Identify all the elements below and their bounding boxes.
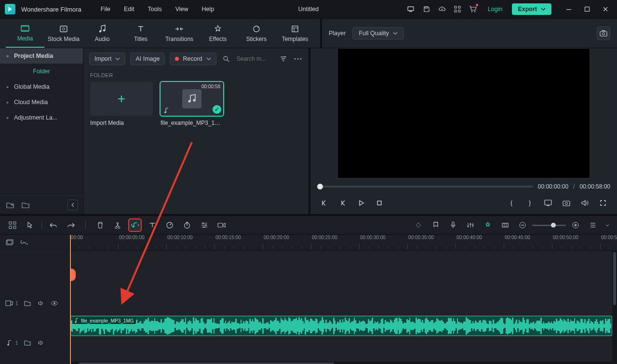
undo-button[interactable] <box>48 219 59 231</box>
sidebar-item-adjustment-layer[interactable]: ▸ Adjustment La... <box>0 110 83 125</box>
tab-templates[interactable]: Templates <box>276 19 314 48</box>
tab-stock-media[interactable]: Stock Media <box>44 19 83 48</box>
delete-button[interactable] <box>94 219 106 231</box>
volume-button[interactable] <box>578 197 591 209</box>
svg-rect-33 <box>547 205 550 206</box>
display-button[interactable] <box>542 197 554 209</box>
sidebar-item-project-media[interactable]: ▸ Project Media <box>0 48 83 64</box>
seek-bar[interactable] <box>317 186 533 188</box>
window-maximize[interactable] <box>578 3 596 15</box>
record-dropdown[interactable]: Record <box>170 53 216 65</box>
track-lock-icon[interactable] <box>23 338 32 347</box>
import-media-card[interactable]: + Import Media <box>90 82 153 126</box>
timer-button[interactable] <box>181 219 193 231</box>
tab-media[interactable]: Media <box>6 19 44 48</box>
window-minimize[interactable] <box>560 3 577 15</box>
import-dropdown[interactable]: Import <box>89 53 125 65</box>
menu-help[interactable]: Help <box>196 4 220 14</box>
player-quality-dropdown[interactable]: Full Quality <box>352 27 404 40</box>
zoom-out-button[interactable] <box>517 219 528 231</box>
auto-button[interactable] <box>482 219 494 231</box>
track-lock-icon[interactable] <box>23 299 32 308</box>
timeline-ruler[interactable]: 00:0000:00:05:0000:00:10:0000:00:15:0000… <box>70 235 617 251</box>
search-input[interactable] <box>236 55 274 63</box>
chevron-right-icon: ▸ <box>7 54 9 58</box>
login-button[interactable]: Login <box>483 4 508 14</box>
export-button[interactable]: Export <box>512 3 551 15</box>
menu-edit[interactable]: Edit <box>118 4 140 14</box>
zoom-slider[interactable] <box>532 225 566 226</box>
mixer-button[interactable] <box>465 219 476 231</box>
tab-effects[interactable]: Effects <box>199 19 237 48</box>
snapshot-button[interactable] <box>597 27 610 40</box>
capture-button[interactable] <box>560 197 573 209</box>
tab-transitions[interactable]: Transitions <box>160 19 199 48</box>
redo-button[interactable] <box>65 219 77 231</box>
playhead[interactable] <box>70 235 71 364</box>
tab-titles[interactable]: Titles <box>121 19 160 48</box>
arrange-button[interactable] <box>7 219 18 231</box>
apps-icon[interactable] <box>452 4 463 14</box>
save-icon[interactable] <box>421 4 432 14</box>
cart-icon[interactable] <box>468 4 478 14</box>
audio-track-header[interactable]: 1 <box>0 332 69 353</box>
crop-button[interactable] <box>499 219 511 231</box>
view-mode-button[interactable] <box>587 219 599 231</box>
split-button[interactable] <box>112 219 123 231</box>
timeline-body[interactable]: 00:0000:00:05:0000:00:10:0000:00:15:0000… <box>70 235 617 364</box>
view-mode-dropdown[interactable] <box>604 219 610 231</box>
fullscreen-button[interactable] <box>597 197 609 209</box>
v-scrollbar[interactable] <box>612 250 617 362</box>
menu-tools[interactable]: Tools <box>142 4 167 14</box>
new-folder-button[interactable] <box>5 200 15 210</box>
collapse-sidebar-button[interactable] <box>67 200 78 210</box>
track-mute-icon[interactable] <box>37 299 45 308</box>
sidebar-item-cloud-media[interactable]: ▸ Cloud Media <box>0 94 83 110</box>
play-button[interactable] <box>355 197 367 209</box>
prev-frame-button[interactable] <box>318 197 331 209</box>
audio-stretch-button[interactable] <box>129 219 141 231</box>
track-add-button[interactable] <box>5 238 14 247</box>
ai-image-button[interactable]: AI Image <box>130 53 165 65</box>
window-close[interactable] <box>597 3 614 15</box>
adjust-button[interactable] <box>199 219 210 231</box>
device-icon[interactable] <box>406 4 416 14</box>
voiceover-button[interactable] <box>447 219 459 231</box>
zoom-knob[interactable] <box>551 223 556 228</box>
snapshot-icon <box>600 30 607 37</box>
seek-knob[interactable] <box>317 184 323 189</box>
cloud-icon[interactable] <box>437 4 447 14</box>
h-scrollbar[interactable] <box>70 362 617 364</box>
more-button[interactable] <box>293 58 303 60</box>
sidebar-item-global-media[interactable]: ▸ Global Media <box>0 79 83 94</box>
sidebar-item-folder[interactable]: Folder <box>0 64 83 79</box>
effects-icon <box>214 24 222 34</box>
folder-button[interactable] <box>20 200 31 210</box>
render-button[interactable] <box>216 219 228 231</box>
keyframe-button[interactable] <box>413 219 424 231</box>
menu-view[interactable]: View <box>170 4 194 14</box>
mark-out-button[interactable]: } <box>523 197 536 209</box>
media-clip-card[interactable]: 00:00:58 ✓ file_example_MP3_1MG <box>161 82 223 126</box>
marker-button[interactable] <box>430 219 442 231</box>
step-back-button[interactable] <box>336 197 349 209</box>
video-track-header[interactable]: 1 <box>0 281 69 325</box>
menu-file[interactable]: File <box>95 4 116 14</box>
marker-handle[interactable] <box>70 269 76 281</box>
mark-in-button[interactable]: { <box>505 197 518 209</box>
tab-stickers[interactable]: Stickers <box>237 19 276 48</box>
stop-button[interactable] <box>373 197 386 209</box>
text-tool[interactable] <box>147 219 158 231</box>
zoom-in-button[interactable] <box>570 219 581 231</box>
link-button[interactable] <box>19 238 29 247</box>
audio-clip[interactable]: file_example_MP3_1MG <box>70 316 612 336</box>
speed-button[interactable] <box>164 219 175 231</box>
filter-button[interactable] <box>279 55 288 62</box>
library-toolbar: Import AI Image Record <box>83 48 308 69</box>
tab-audio[interactable]: Audio <box>83 19 121 48</box>
track-mute-icon[interactable] <box>37 338 45 347</box>
svg-rect-6 <box>458 10 460 12</box>
track-visible-icon[interactable] <box>50 299 59 308</box>
select-tool[interactable] <box>24 219 36 231</box>
preview-screen[interactable] <box>337 48 590 178</box>
